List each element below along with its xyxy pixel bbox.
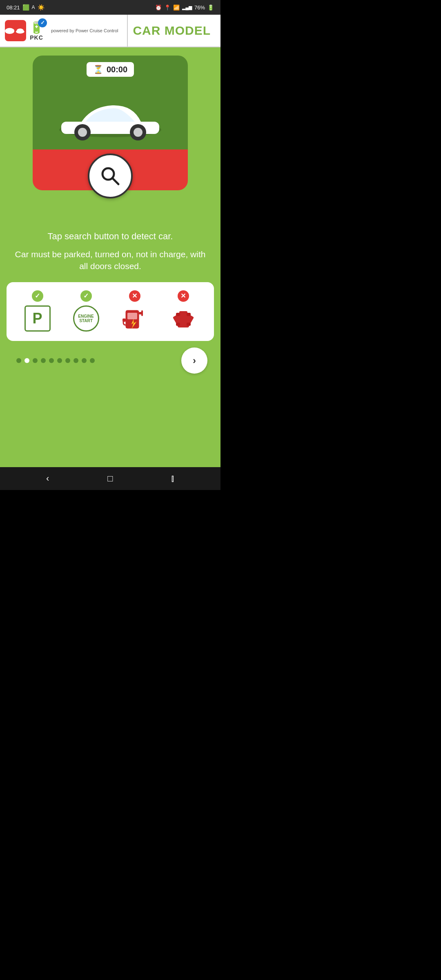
svg-rect-24 xyxy=(176,313,180,316)
svg-rect-23 xyxy=(187,323,191,326)
notification-icon: 🟩 xyxy=(22,4,29,11)
info-text-1: Tap search button to detect car. xyxy=(15,231,206,242)
bottom-navigation: › xyxy=(7,341,214,377)
page-dots xyxy=(13,358,95,363)
status-left: 08:21 🟩 A ☀️ xyxy=(7,4,45,11)
charger-icon xyxy=(120,304,149,333)
battery-icon: 🔋 xyxy=(207,4,214,11)
car-card-top: ⏳ 00:00 xyxy=(33,56,188,149)
location-icon: 📍 xyxy=(164,4,171,11)
timer-badge: ⏳ 00:00 xyxy=(87,62,134,77)
pkc-badge: 🔋 ✓ PKC xyxy=(29,21,44,41)
wifi-icon: 📶 xyxy=(173,4,180,11)
status-bar: 08:21 🟩 A ☀️ ⏰ 📍 📶 ▂▄▆ 76% 🔋 xyxy=(0,0,220,15)
car-silhouette xyxy=(53,100,167,145)
dot-0 xyxy=(16,358,21,363)
conditions-card: ✓ P ✓ ENGINESTART ✕ xyxy=(7,282,214,341)
dot-8 xyxy=(82,358,87,363)
condition-no-charge: ✕ xyxy=(120,290,149,333)
svg-point-9 xyxy=(134,128,143,137)
svg-rect-15 xyxy=(141,310,143,316)
engine-icon: ENGINESTART xyxy=(72,304,100,333)
header-logo: 🔋 ✓ PKC powered by Power Cruise Control xyxy=(0,15,128,47)
dot-1 xyxy=(24,358,29,363)
info-text-2: Car must be parked, turned on, not in ch… xyxy=(15,248,206,272)
recents-button[interactable]: ⫿ xyxy=(165,470,181,487)
doors-icon xyxy=(169,304,198,333)
svg-rect-25 xyxy=(187,313,191,316)
check-no-charge: ✕ xyxy=(129,290,140,302)
check-parked: ✓ xyxy=(32,290,43,302)
font-icon: A xyxy=(32,4,35,10)
system-nav-bar: ‹ □ ⫿ xyxy=(0,467,220,490)
car-card: ⏳ 00:00 xyxy=(33,56,188,190)
hourglass-icon: ⏳ xyxy=(93,65,103,74)
signal-icon: ▂▄▆ xyxy=(182,5,192,10)
condition-parked: ✓ P xyxy=(23,290,52,333)
svg-rect-13 xyxy=(127,313,137,319)
next-button[interactable]: › xyxy=(181,347,207,374)
timer-value: 00:00 xyxy=(107,65,127,74)
app-logo-icon xyxy=(5,20,26,41)
verified-check-icon: ✓ xyxy=(38,18,47,27)
alarm-icon: ⏰ xyxy=(155,4,162,11)
check-doors: ✕ xyxy=(178,290,189,302)
main-content: ⏳ 00:00 xyxy=(0,47,220,467)
svg-rect-3 xyxy=(17,30,24,32)
dot-3 xyxy=(41,358,46,363)
powered-by-text: powered by Power Cruise Control xyxy=(47,28,122,33)
pkc-label: PKC xyxy=(30,34,43,41)
battery-percent: 76% xyxy=(194,4,205,11)
time: 08:21 xyxy=(7,4,20,11)
dot-2 xyxy=(33,358,38,363)
sun-icon: ☀️ xyxy=(38,4,45,11)
svg-rect-22 xyxy=(176,323,180,326)
svg-point-7 xyxy=(78,128,87,137)
home-button[interactable]: □ xyxy=(102,470,118,487)
condition-engine: ✓ ENGINESTART xyxy=(72,290,100,333)
page-title: CAR MODEL xyxy=(128,24,220,38)
parking-icon: P xyxy=(23,304,52,333)
dot-6 xyxy=(65,358,70,363)
dot-4 xyxy=(49,358,54,363)
header: 🔋 ✓ PKC powered by Power Cruise Control … xyxy=(0,15,220,47)
search-button[interactable] xyxy=(88,154,133,198)
dot-7 xyxy=(74,358,78,363)
check-engine: ✓ xyxy=(80,290,92,302)
svg-rect-17 xyxy=(122,318,126,322)
back-button[interactable]: ‹ xyxy=(40,470,56,487)
svg-line-11 xyxy=(112,178,118,184)
dot-9 xyxy=(90,358,95,363)
info-section: Tap search button to detect car. Car mus… xyxy=(7,231,214,272)
condition-doors: ✕ xyxy=(169,290,198,333)
status-right: ⏰ 📍 📶 ▂▄▆ 76% 🔋 xyxy=(155,4,214,11)
svg-rect-19 xyxy=(179,311,187,315)
dot-5 xyxy=(57,358,62,363)
